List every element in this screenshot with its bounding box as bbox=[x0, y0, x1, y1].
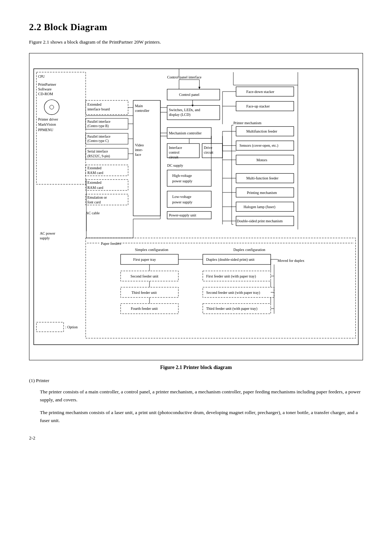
svg-text:Extended: Extended bbox=[87, 166, 102, 170]
svg-text:Halogen lamp (fuser): Halogen lamp (fuser) bbox=[244, 205, 275, 209]
svg-text:AC power: AC power bbox=[40, 231, 56, 235]
svg-text:inter-: inter- bbox=[135, 148, 143, 152]
svg-text:control: control bbox=[169, 150, 179, 154]
svg-text:Fourth feeder unit: Fourth feeder unit bbox=[131, 307, 158, 311]
figure-caption: Figure 2.1 Printer block diagram bbox=[29, 365, 363, 370]
svg-text:Second feeder unit (with paper: Second feeder unit (with paper tray) bbox=[206, 291, 260, 295]
svg-text:face: face bbox=[135, 153, 142, 157]
svg-text:Mechanism controller: Mechanism controller bbox=[169, 131, 202, 135]
section-heading: 2.2 Block Diagram bbox=[29, 22, 363, 33]
svg-text:circuit: circuit bbox=[169, 155, 178, 159]
svg-text:Printer mechanism: Printer mechanism bbox=[233, 121, 261, 125]
svg-text:Video: Video bbox=[135, 143, 144, 147]
svg-text:CD-ROM: CD-ROM bbox=[38, 92, 53, 96]
svg-point-7 bbox=[50, 105, 54, 109]
svg-text:Double-sided print mechanism: Double-sided print mechanism bbox=[237, 219, 283, 223]
svg-text:Emulation or: Emulation or bbox=[87, 195, 107, 199]
svg-text:circuit: circuit bbox=[204, 150, 213, 154]
page-number: 2-2 bbox=[29, 435, 363, 441]
svg-text:(Centro type C): (Centro type C) bbox=[87, 139, 109, 143]
svg-text:Printing mechanism: Printing mechanism bbox=[247, 191, 277, 195]
svg-rect-139 bbox=[36, 322, 64, 332]
svg-text:Power-supply unit: Power-supply unit bbox=[169, 213, 196, 217]
svg-text:supply: supply bbox=[40, 236, 50, 240]
svg-text:Parallel interface: Parallel interface bbox=[87, 135, 111, 138]
svg-text:Duplex (double-sided print) un: Duplex (double-sided print) unit bbox=[206, 258, 254, 262]
svg-text:Duplex configuration: Duplex configuration bbox=[233, 248, 265, 252]
svg-text:display (LCD): display (LCD) bbox=[169, 113, 191, 117]
svg-text:Interface: Interface bbox=[169, 146, 182, 150]
svg-text:Extended: Extended bbox=[87, 181, 102, 185]
svg-text:Low-voltage: Low-voltage bbox=[172, 195, 192, 199]
svg-text:(RS232C, 9-pin): (RS232C, 9-pin) bbox=[87, 154, 110, 158]
svg-text:RAM card: RAM card bbox=[87, 171, 103, 175]
svg-text:Multi-function feeder: Multi-function feeder bbox=[246, 176, 278, 180]
body-paragraph-2: The printing mechanism consists of a las… bbox=[40, 409, 363, 424]
svg-text:First feeder unit (with paper : First feeder unit (with paper tray) bbox=[206, 274, 256, 279]
svg-rect-104 bbox=[86, 238, 356, 338]
svg-text:Paper feeders: Paper feeders bbox=[101, 242, 121, 246]
svg-text:Printer driver: Printer driver bbox=[38, 117, 58, 121]
svg-text:interface board: interface board bbox=[87, 107, 110, 111]
svg-text:Moved for duplex: Moved for duplex bbox=[278, 259, 305, 263]
svg-text:Main: Main bbox=[135, 104, 143, 108]
svg-text:Control panel: Control panel bbox=[179, 93, 199, 97]
body-paragraph-1: The printer consists of a main controlle… bbox=[40, 388, 363, 404]
svg-text:Software: Software bbox=[38, 87, 52, 91]
svg-text:font card: font card bbox=[87, 200, 101, 204]
svg-text:Multifunction feeder: Multifunction feeder bbox=[246, 129, 277, 133]
svg-text:PPMENU: PPMENU bbox=[38, 128, 53, 132]
svg-rect-36 bbox=[133, 100, 160, 216]
svg-text:Simplex configuration: Simplex configuration bbox=[135, 248, 168, 252]
svg-text:AC cable: AC cable bbox=[86, 211, 100, 215]
svg-point-6 bbox=[44, 100, 59, 114]
svg-text:PrintPartner: PrintPartner bbox=[38, 82, 56, 86]
svg-text:Sensors (cover-open, etc.): Sensors (cover-open, etc.) bbox=[240, 143, 278, 148]
svg-text:Control panel interface: Control panel interface bbox=[167, 75, 201, 79]
svg-text:Third feeder unit (with paper : Third feeder unit (with paper tray) bbox=[206, 307, 257, 311]
block-diagram-svg: text { font-family: 'Times New Roman', T… bbox=[33, 58, 359, 356]
svg-text:Face-down stacker: Face-down stacker bbox=[246, 90, 274, 94]
svg-text:: Option: : Option bbox=[65, 325, 78, 329]
svg-text:Extended: Extended bbox=[87, 102, 102, 106]
section-label: (1) Printer bbox=[29, 378, 363, 384]
svg-rect-68 bbox=[167, 191, 211, 207]
svg-text:Serial interface: Serial interface bbox=[87, 150, 108, 153]
svg-text:Second feeder unit: Second feeder unit bbox=[130, 274, 158, 278]
svg-marker-48 bbox=[199, 87, 201, 89]
svg-text:RAM card: RAM card bbox=[87, 186, 103, 190]
svg-text:DC supply: DC supply bbox=[167, 163, 183, 167]
svg-text:CPU: CPU bbox=[38, 75, 45, 78]
svg-text:High-voltage: High-voltage bbox=[172, 174, 192, 178]
svg-text:Motors: Motors bbox=[257, 158, 268, 162]
svg-rect-65 bbox=[167, 170, 211, 186]
svg-text:power supply: power supply bbox=[172, 179, 193, 183]
svg-text:MarkVision: MarkVision bbox=[38, 123, 56, 127]
block-diagram-container: text { font-family: 'Times New Roman', T… bbox=[29, 53, 363, 360]
svg-text:First paper tray: First paper tray bbox=[133, 258, 156, 262]
svg-text:power supply: power supply bbox=[172, 200, 193, 204]
svg-text:Switches, LEDs, and: Switches, LEDs, and bbox=[169, 108, 200, 112]
intro-text: Figure 2.1 shows a block diagram of the … bbox=[29, 39, 363, 45]
svg-text:(Centro type B): (Centro type B) bbox=[87, 124, 109, 128]
svg-text:Face-up stacker: Face-up stacker bbox=[246, 104, 270, 108]
svg-text:controller: controller bbox=[135, 109, 150, 113]
svg-text:Third feeder unit: Third feeder unit bbox=[131, 291, 157, 295]
svg-text:Parallel interface: Parallel interface bbox=[87, 120, 111, 123]
svg-marker-157 bbox=[192, 105, 194, 107]
